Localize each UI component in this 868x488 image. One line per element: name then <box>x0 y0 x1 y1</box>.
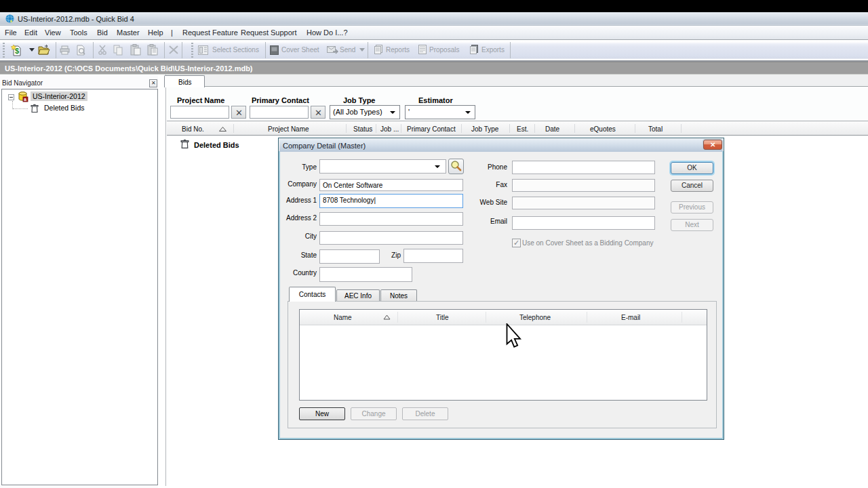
svg-text:$: $ <box>15 47 19 55</box>
svg-text:a: a <box>24 97 26 102</box>
